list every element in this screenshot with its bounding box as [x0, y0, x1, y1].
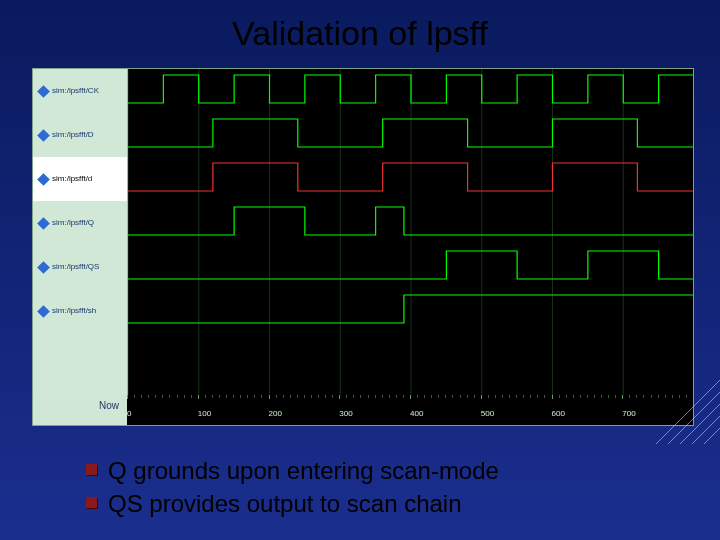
page-title: Validation of lpsff — [0, 0, 720, 59]
waveform-svg — [128, 69, 693, 395]
waveform-plot[interactable] — [128, 69, 693, 395]
waveform-body: sim:/lpsfft/CK sim:/lpsfft/D sim:/lpsfft… — [33, 69, 693, 395]
diamond-icon — [37, 129, 50, 142]
waveform-panel: sim:/lpsfft/CK sim:/lpsfft/D sim:/lpsfft… — [32, 68, 694, 426]
signal-row-d[interactable]: sim:/lpsfft/D — [33, 113, 127, 157]
svg-line-11 — [692, 410, 720, 444]
signal-column: sim:/lpsfft/CK sim:/lpsfft/D sim:/lpsfft… — [33, 69, 128, 395]
signal-row-sh[interactable]: sim:/lpsfft/sh — [33, 289, 127, 333]
signal-row-q[interactable]: sim:/lpsfft/Q — [33, 201, 127, 245]
svg-line-12 — [704, 422, 720, 444]
bullet-1: Q grounds upon entering scan-mode — [80, 455, 499, 487]
bullet-list: Q grounds upon entering scan-mode QS pro… — [80, 455, 499, 520]
diamond-icon — [37, 173, 50, 186]
signal-row-d2[interactable]: sim:/lpsfft/d — [33, 157, 127, 201]
diamond-icon — [37, 217, 50, 230]
bullet-2: QS provides output to scan chain — [80, 488, 499, 520]
diamond-icon — [37, 85, 50, 98]
diamond-icon — [37, 261, 50, 274]
signal-row-ck[interactable]: sim:/lpsfft/CK — [33, 69, 127, 113]
time-axis: 0100200300400500600700 — [127, 395, 693, 425]
time-axis-label: Now — [33, 395, 127, 417]
diamond-icon — [37, 305, 50, 318]
signal-row-qs[interactable]: sim:/lpsfft/QS — [33, 245, 127, 289]
slide: Validation of lpsff sim:/lpsfft/CK sim:/… — [0, 0, 720, 540]
